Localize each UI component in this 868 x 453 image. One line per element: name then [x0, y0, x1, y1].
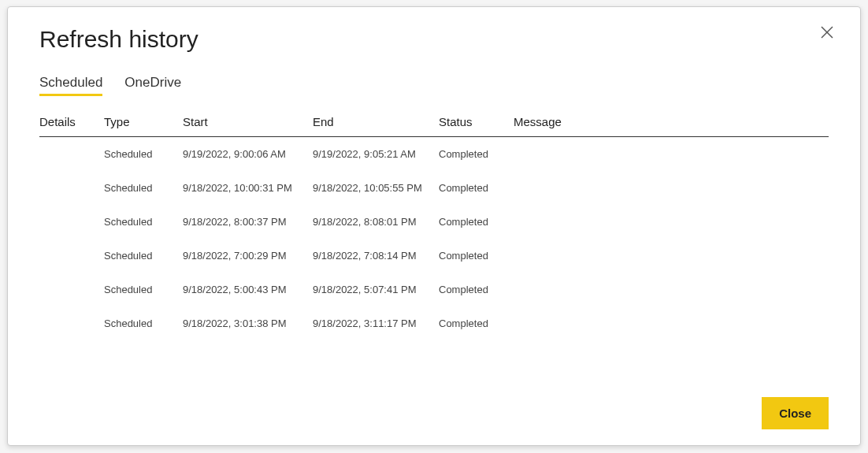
cell-status: Completed: [439, 250, 514, 262]
cell-end: 9/19/2022, 9:05:21 AM: [313, 148, 439, 160]
col-header-details: Details: [39, 115, 104, 128]
col-header-status: Status: [439, 115, 514, 128]
table-row: Scheduled 9/18/2022, 1:00:53 PM 9/18/202…: [39, 340, 829, 350]
cell-type: Scheduled: [104, 148, 183, 160]
cell-status: Completed: [439, 148, 514, 160]
table-row: Scheduled 9/19/2022, 9:00:06 AM 9/19/202…: [39, 137, 829, 171]
cell-details: [39, 148, 104, 160]
cell-details: [39, 216, 104, 228]
cell-start: 9/18/2022, 3:01:38 PM: [183, 317, 313, 329]
history-table-wrapper: Details Type Start End Status Message Sc…: [39, 115, 829, 381]
history-table: Details Type Start End Status Message Sc…: [39, 115, 829, 350]
table-row: Scheduled 9/18/2022, 5:00:43 PM 9/18/202…: [39, 273, 829, 306]
cell-status: Completed: [439, 284, 514, 295]
cell-start: 9/19/2022, 9:00:06 AM: [183, 148, 313, 160]
cell-type: Scheduled: [104, 216, 183, 228]
tab-onedrive[interactable]: OneDrive: [124, 75, 181, 96]
cell-message: [514, 250, 829, 262]
col-header-message: Message: [514, 115, 829, 128]
cell-type: Scheduled: [104, 284, 183, 295]
cell-details: [39, 250, 104, 262]
table-row: Scheduled 9/18/2022, 10:00:31 PM 9/18/20…: [39, 171, 829, 205]
cell-start: 9/18/2022, 5:00:43 PM: [183, 284, 313, 295]
col-header-type: Type: [104, 115, 183, 128]
table-row: Scheduled 9/18/2022, 3:01:38 PM 9/18/202…: [39, 306, 829, 340]
table-row: Scheduled 9/18/2022, 7:00:29 PM 9/18/202…: [39, 239, 829, 273]
cell-status: Completed: [439, 317, 514, 329]
cell-end: 9/18/2022, 5:07:41 PM: [313, 284, 439, 295]
cell-type: Scheduled: [104, 182, 183, 194]
close-icon[interactable]: [816, 21, 838, 43]
cell-end: 9/18/2022, 7:08:14 PM: [313, 250, 439, 262]
cell-message: [514, 317, 829, 329]
table-row: Scheduled 9/18/2022, 8:00:37 PM 9/18/202…: [39, 205, 829, 239]
cell-message: [514, 284, 829, 295]
cell-type: Scheduled: [104, 317, 183, 329]
dialog-footer: Close: [39, 381, 829, 429]
cell-message: [514, 148, 829, 160]
cell-end: 9/18/2022, 10:05:55 PM: [313, 182, 439, 194]
cell-start: 9/18/2022, 8:00:37 PM: [183, 216, 313, 228]
cell-end: 9/18/2022, 3:11:17 PM: [313, 317, 439, 329]
cell-start: 9/18/2022, 7:00:29 PM: [183, 250, 313, 262]
dialog-title: Refresh history: [39, 26, 829, 53]
refresh-history-dialog: Refresh history Scheduled OneDrive Detai…: [7, 6, 861, 446]
cell-status: Completed: [439, 216, 514, 228]
cell-type: Scheduled: [104, 250, 183, 262]
tab-scheduled[interactable]: Scheduled: [39, 75, 102, 96]
close-button[interactable]: Close: [762, 397, 829, 429]
tabs: Scheduled OneDrive: [39, 75, 829, 96]
cell-message: [514, 216, 829, 228]
cell-details: [39, 317, 104, 329]
cell-start: 9/18/2022, 10:00:31 PM: [183, 182, 313, 194]
table-body: Scheduled 9/19/2022, 9:00:06 AM 9/19/202…: [39, 137, 829, 350]
col-header-start: Start: [183, 115, 313, 128]
table-header: Details Type Start End Status Message: [39, 115, 829, 137]
col-header-end: End: [313, 115, 439, 128]
cell-end: 9/18/2022, 8:08:01 PM: [313, 216, 439, 228]
cell-details: [39, 284, 104, 295]
cell-message: [514, 182, 829, 194]
cell-details: [39, 182, 104, 194]
cell-status: Completed: [439, 182, 514, 194]
